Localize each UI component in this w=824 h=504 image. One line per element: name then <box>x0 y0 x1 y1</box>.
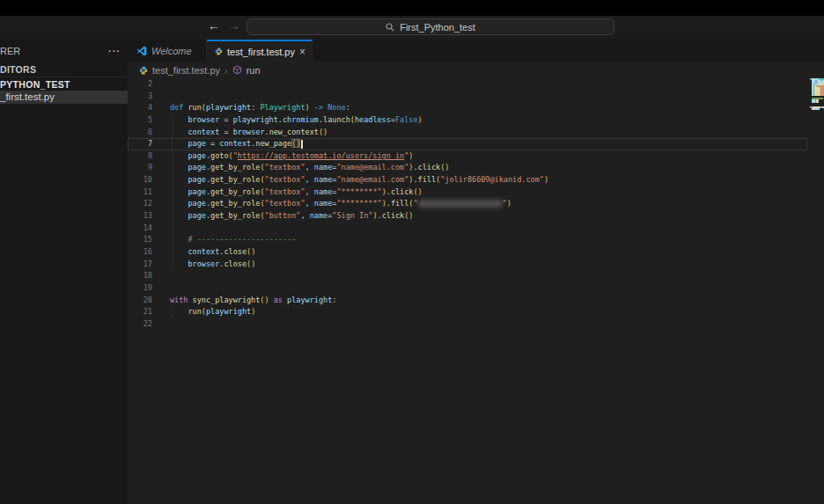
method-symbol-icon <box>232 65 242 75</box>
code-line[interactable]: 7 page = context.new_page() <box>128 138 807 150</box>
tab-label: test_first.test.py <box>227 47 295 57</box>
code-line[interactable]: 12 page.get_by_role("textbox", name="***… <box>128 198 807 210</box>
code-text[interactable]: page.goto("https://app.testomat.io/users… <box>170 150 413 163</box>
line-number[interactable]: 8 <box>128 150 152 163</box>
line-number[interactable]: 10 <box>128 174 152 186</box>
code-text[interactable]: browser = playwright.chromium.launch(hea… <box>170 114 423 127</box>
line-number[interactable]: 11 <box>128 186 152 199</box>
code-line[interactable]: 3 <box>128 91 807 103</box>
code-text[interactable]: browser.close() <box>170 259 255 271</box>
code-line[interactable]: 10 page.get_by_role("textbox", name="nam… <box>128 174 807 186</box>
folder-section[interactable]: PYTHON_TEST <box>0 79 70 90</box>
tab-bar: Welcome test_first.test.py × <box>128 40 824 62</box>
line-number[interactable]: 22 <box>128 318 152 331</box>
code-text[interactable]: context = browser.new_context() <box>170 127 327 139</box>
line-number[interactable]: 4 <box>128 102 152 114</box>
forward-button[interactable]: → <box>228 18 240 33</box>
code-line[interactable]: 18 <box>128 270 807 282</box>
code-line[interactable]: 13 page.get_by_role("button", name="Sign… <box>128 210 807 223</box>
sidebar-divider <box>0 77 128 77</box>
command-center-search[interactable]: First_Python_test <box>246 18 614 35</box>
code-text[interactable]: page.get_by_role("button", name="Sign In… <box>170 210 413 223</box>
code-text[interactable]: page.get_by_role("textbox", name="name@e… <box>170 162 449 174</box>
code-line[interactable]: 9 page.get_by_role("textbox", name="name… <box>128 162 807 174</box>
line-number[interactable]: 21 <box>128 306 152 318</box>
code-line[interactable]: 17 browser.close() <box>128 259 807 271</box>
code-text[interactable]: page = context.new_page() <box>170 138 303 150</box>
line-number[interactable]: 2 <box>128 78 152 91</box>
explorer-header: RER ··· <box>0 46 121 56</box>
title-bar: ← → First_Python_test <box>0 16 824 40</box>
line-number[interactable]: 6 <box>128 127 152 139</box>
more-actions-icon[interactable]: ··· <box>108 46 121 56</box>
tab-welcome[interactable]: Welcome <box>128 40 207 62</box>
code-line[interactable]: 14 <box>128 223 807 235</box>
code-line[interactable]: 16 context.close() <box>128 246 807 259</box>
line-number[interactable]: 9 <box>128 162 152 174</box>
vscode-logo-icon <box>136 46 147 56</box>
code-text[interactable]: page.get_by_role("textbox", name="******… <box>170 186 423 199</box>
code-text[interactable]: context.close() <box>170 246 255 259</box>
line-number[interactable]: 3 <box>128 91 152 103</box>
line-number[interactable]: 12 <box>128 198 152 210</box>
code-line[interactable]: 19 <box>128 282 807 295</box>
code-line[interactable]: 22 <box>128 318 807 331</box>
code-line[interactable]: 21 run(playwright) <box>128 306 807 318</box>
breadcrumb-file[interactable]: test_first.test.py <box>152 65 220 76</box>
code-line[interactable]: 5 browser = playwright.chromium.launch(h… <box>128 114 807 127</box>
chevron-right-icon: › <box>224 65 228 76</box>
breadcrumb: test_first.test.py › run <box>128 62 824 78</box>
line-number[interactable]: 16 <box>128 246 152 259</box>
open-editors-section[interactable]: DITORS <box>0 64 36 75</box>
code-line[interactable]: 4def run(playwright: Playwright) -> None… <box>128 102 807 114</box>
top-strip <box>0 0 824 16</box>
python-icon <box>215 47 223 56</box>
python-icon <box>139 66 148 75</box>
code-line[interactable]: 6 context = browser.new_context() <box>128 127 807 139</box>
code-line[interactable]: 11 page.get_by_role("textbox", name="***… <box>128 186 807 199</box>
code-text[interactable]: page.get_by_role("textbox", name="******… <box>170 198 511 210</box>
tab-test-file[interactable]: test_first.test.py × <box>207 40 313 62</box>
explorer-title: RER <box>0 46 20 56</box>
line-number[interactable]: 15 <box>128 234 152 246</box>
line-number[interactable]: 20 <box>128 295 152 307</box>
close-icon[interactable]: × <box>299 46 305 58</box>
minimap[interactable] <box>810 75 824 112</box>
code-line[interactable]: 8 page.goto("https://app.testomat.io/use… <box>128 150 807 163</box>
code-line[interactable]: 15 # ---------------------- <box>128 234 807 246</box>
tab-label: Welcome <box>151 46 192 56</box>
code-text[interactable]: run(playwright) <box>170 306 255 318</box>
back-button[interactable]: ← <box>208 18 220 33</box>
line-number[interactable]: 14 <box>128 223 152 235</box>
line-number[interactable]: 17 <box>128 259 152 271</box>
line-number[interactable]: 13 <box>128 210 152 223</box>
code-text[interactable]: page.get_by_role("textbox", name="name@e… <box>170 174 548 186</box>
line-number[interactable]: 19 <box>128 282 152 295</box>
search-text: First_Python_test <box>400 22 475 33</box>
code-line[interactable]: 2 <box>128 78 807 91</box>
line-number[interactable]: 18 <box>128 270 152 282</box>
line-number[interactable]: 7 <box>128 138 152 150</box>
code-text[interactable]: with sync_playwright() as playwright: <box>170 295 336 307</box>
code-lines: 234def run(playwright: Playwright) -> No… <box>128 78 824 330</box>
code-text[interactable]: # ---------------------- <box>170 234 296 246</box>
code-text[interactable]: def run(playwright: Playwright) -> None: <box>170 102 350 114</box>
search-icon <box>386 23 394 32</box>
breadcrumb-symbol[interactable]: run <box>246 65 261 76</box>
sidebar-explorer: RER ··· DITORS PYTHON_TEST _first.test.p… <box>0 40 128 504</box>
sidebar-file-selected[interactable]: _first.test.py <box>0 91 128 104</box>
text-cursor <box>301 140 303 149</box>
line-number[interactable]: 5 <box>128 114 152 127</box>
code-line[interactable]: 20with sync_playwright() as playwright: <box>128 295 807 307</box>
